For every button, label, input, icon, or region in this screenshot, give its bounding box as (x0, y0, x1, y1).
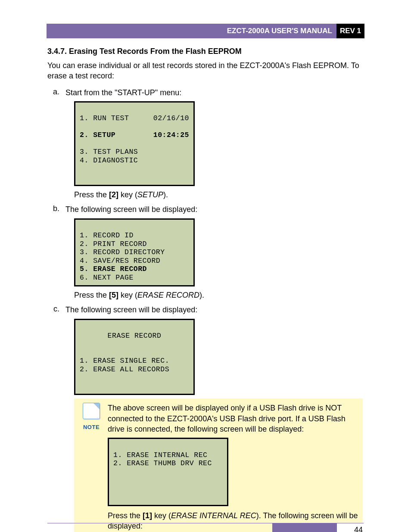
lcd-line: 02/16/10 (153, 114, 189, 122)
lcd-line: 1. ERASE INTERNAL REC (113, 451, 207, 459)
section-title: Erasing Test Records From the Flash EEPR… (69, 47, 242, 56)
lcd-line: 3. RECORD DIRECTORY (80, 248, 165, 256)
header-title: EZCT-2000A USER'S MANUAL (47, 24, 336, 38)
page-number: 44 (337, 523, 364, 532)
section-number: 3.4.7. (47, 47, 67, 56)
lcd-line: 5. ERASE RECORD (80, 265, 147, 273)
step-letter: c. (47, 305, 59, 315)
lcd-screen-startup: 1. RUN TEST02/16/10 2. SETUP10:24:25 3. … (74, 101, 195, 186)
step-letter: a. (47, 87, 59, 98)
lcd-line: 1. ERASE SINGLE REC. (80, 357, 169, 365)
step-a-after: Press the [2] key (SETUP). (74, 190, 364, 200)
page-header: EZCT-2000A USER'S MANUAL REV 1 (47, 24, 364, 38)
step-c: c. The following screen will be displaye… (47, 305, 364, 315)
note-icon (83, 403, 100, 419)
step-text: Start from the "START-UP" menu: (65, 87, 364, 98)
lcd-line: 3. TEST PLANS (80, 148, 138, 156)
step-text: The following screen will be displayed: (65, 305, 364, 315)
note-label: NOTE (78, 424, 104, 430)
lcd-line: 4. SAVE/RES RECORD (80, 257, 160, 265)
section-heading: 3.4.7. Erasing Test Records From the Fla… (47, 47, 364, 56)
note-icon-column: NOTE (78, 403, 104, 434)
lcd-line: 4. DIAGNOSTIC (80, 156, 138, 165)
key-2: [2] (109, 190, 118, 199)
intro-paragraph: You can erase individual or all test rec… (47, 60, 364, 81)
step-b: b. The following screen will be displaye… (47, 204, 364, 215)
step-letter: b. (47, 204, 59, 215)
lcd-line: 2. SETUP (80, 131, 115, 139)
lcd-screen-erase-usb: 1. ERASE INTERNAL REC 2. ERASE THUMB DRV… (108, 438, 228, 506)
step-text: The following screen will be displayed: (65, 204, 364, 215)
note-text: The above screen will be displayed only … (104, 403, 358, 434)
lcd-line: 2. PRINT RECORD (80, 240, 147, 248)
key-5: [5] (109, 291, 118, 299)
lcd-line: 2. ERASE ALL RECORDS (80, 365, 169, 373)
lcd-line: 1. RUN TEST (80, 114, 129, 122)
step-b-after: Press the [5] key (ERASE RECORD). (74, 290, 364, 300)
note-box: NOTE The above screen will be displayed … (74, 398, 363, 532)
lcd-line: 6. NEXT PAGE (80, 274, 134, 282)
lcd-title: ERASE RECORD (80, 332, 189, 340)
key-1: [1] (143, 511, 152, 520)
step-a: a. Start from the "START-UP" menu: (47, 87, 364, 98)
lcd-screen-setup: 1. RECORD ID 2. PRINT RECORD 3. RECORD D… (74, 218, 195, 286)
lcd-line: 1. RECORD ID (80, 231, 134, 240)
header-rev: REV 1 (336, 24, 364, 38)
page-footer: 44 (47, 523, 364, 532)
lcd-line: 2. ERASE THUMB DRV REC (113, 459, 212, 467)
lcd-screen-erase: ERASE RECORD 1. ERASE SINGLE REC. 2. ERA… (74, 319, 195, 395)
lcd-line: 10:24:25 (153, 131, 189, 139)
